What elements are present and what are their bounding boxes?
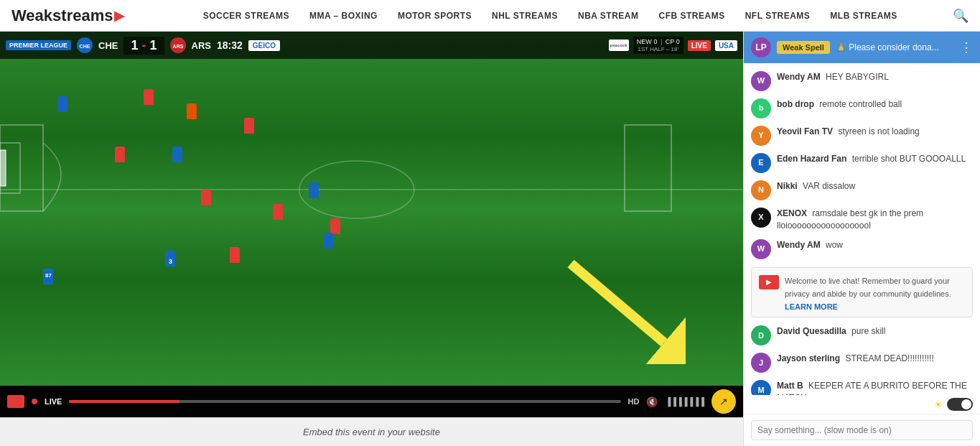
nav-item-nhl[interactable]: NHL STREAMS [492, 11, 558, 21]
chat-text: KEEPER ATE A BURRITO BEFORE THE MATCH [777, 381, 967, 395]
progress-fill [69, 400, 179, 403]
player [309, 182, 319, 198]
chat-msg-content: Nikki VAR dissalow [777, 180, 973, 192]
nav-item-nfl[interactable]: NFL STREAMS [745, 11, 811, 21]
scoreboard: PREMIER LEAGUE CHE CHE 1 - 1 ARS ARS [0, 32, 743, 59]
player [330, 218, 340, 234]
chat-user-avatar: LP [751, 37, 771, 57]
nav-item-soccer[interactable]: SOCCER STREAMS [203, 11, 289, 21]
chat-text: terrible shot BUT GOOOALLL [852, 154, 966, 164]
chat-username: Matt B [777, 381, 803, 391]
chat-message: D David Quesadilla pure skill [744, 322, 980, 349]
logo-play-icon: ▶ [114, 8, 124, 24]
team2-name: ARS [192, 40, 211, 51]
score-display: 1 - 1 [123, 37, 164, 55]
fullscreen-button[interactable]: ↗ [711, 389, 736, 414]
chat-avatar: D [751, 325, 771, 345]
weak-spell-badge: Weak Spell [777, 41, 830, 54]
chat-avatar: E [751, 153, 771, 173]
header: Weakstreams ▶ SOCCER STREAMSMMA – BOXING… [0, 0, 980, 32]
live-badge: LIVE [688, 40, 711, 51]
player [144, 89, 154, 105]
video-player[interactable]: 3 87 PREMIER LEAGUE CHE [0, 32, 743, 386]
nav-item-nba[interactable]: NBA STREAM [578, 11, 639, 21]
team1-logo: CHE [77, 37, 93, 53]
chat-avatar: W [751, 239, 771, 259]
chat-message: E Eden Hazard Fan terrible shot BUT GOOO… [744, 149, 980, 177]
player [115, 147, 125, 162]
main-content: 3 87 PREMIER LEAGUE CHE [0, 32, 980, 446]
chat-message: M Matt B KEEPER ATE A BURRITO BEFORE THE… [744, 376, 980, 395]
chat-avatar: b [751, 98, 771, 119]
svg-text:ARS: ARS [172, 44, 183, 49]
chat-text: HEY BABYGIRL [826, 72, 889, 82]
chat-username: Nikki [777, 181, 798, 191]
player [43, 269, 53, 284]
chat-msg-content: Eden Hazard Fan terrible shot BUT GOOOAL… [777, 153, 973, 165]
team2-logo: ARS [170, 37, 186, 53]
chat-message: b bob drop remote controlled ball [744, 95, 980, 122]
nav-item-motor[interactable]: MOTOR SPORTS [398, 11, 472, 21]
chat-username: XENOX [777, 208, 807, 218]
chat-text: wow [826, 240, 843, 250]
stop-button[interactable] [7, 395, 24, 408]
top-right-score: peacock NEW 0 | CP 0 1ST HALF – 18' LIVE… [609, 37, 737, 54]
chat-input[interactable] [751, 420, 973, 440]
chat-username: Yeovil Fan TV [777, 126, 833, 136]
chat-msg-content: XENOX ramsdale best gk in the prem lloio… [777, 208, 973, 232]
chat-msg-content: Wendy AM HEY BABYGIRL [777, 71, 973, 83]
video-controls: LIVE HD 🔇 ▐▐▐▐▐▐▐ ↗ [0, 386, 743, 417]
nav-item-mma[interactable]: MMA – BOXING [309, 11, 378, 21]
hd-badge: HD [628, 397, 640, 406]
player [187, 103, 197, 119]
chat-msg-content: David Quesadilla pure skill [777, 325, 973, 338]
sponsor-logo: GEICO [248, 40, 280, 51]
live-dot [32, 399, 37, 404]
chat-message: W Wendy AM wow [744, 236, 980, 263]
logo-weak: Weak [11, 6, 52, 25]
site-logo[interactable]: Weakstreams ▶ [11, 6, 124, 25]
svg-rect-0 [0, 125, 43, 211]
player [230, 247, 240, 263]
nav-item-cfb[interactable]: CFB STREAMS [659, 11, 725, 21]
sun-icon: ☀ [934, 399, 943, 410]
nav-item-mlb[interactable]: MLB STREAMS [830, 11, 897, 21]
chat-header: LP Weak Spell 🙏 Please consider dona... … [744, 32, 980, 63]
chat-text: STREAM DEAD!!!!!!!!!!! [845, 353, 933, 363]
embed-text: Embed this event in your website [303, 427, 440, 437]
chat-panel: LP Weak Spell 🙏 Please consider dona... … [743, 32, 980, 446]
chat-msg-content: Jayson sterling STREAM DEAD!!!!!!!!!!! [777, 353, 973, 365]
youtube-icon: ▶ [759, 275, 779, 289]
logo-streams: streams [52, 6, 113, 25]
chat-text: VAR dissalow [803, 181, 855, 191]
toggle-thumb [961, 399, 971, 409]
chat-text: remote controlled ball [819, 99, 902, 109]
chat-message: N Nikki VAR dissalow [744, 177, 980, 204]
progress-bar[interactable] [69, 400, 620, 403]
chat-messages[interactable]: W Wendy AM HEY BABYGIRL b bob drop remot… [744, 63, 980, 395]
video-field: 3 87 [0, 32, 743, 386]
donate-text: 🙏 Please consider dona... [836, 42, 954, 52]
chat-avatar: J [751, 353, 771, 373]
chat-username: bob drop [777, 99, 814, 109]
chat-message: X XENOX ramsdale best gk in the prem llo… [744, 204, 980, 236]
team1-name: CHE [98, 40, 118, 51]
chat-msg-content: bob drop remote controlled ball [777, 98, 973, 111]
player [273, 204, 283, 220]
chat-username: David Quesadilla [777, 326, 846, 336]
svg-rect-4 [625, 125, 671, 211]
dark-mode-toggle[interactable] [947, 398, 973, 411]
chat-msg-content: Matt B KEEPER ATE A BURRITO BEFORE THE M… [777, 380, 973, 395]
chat-username: Eden Hazard Fan [777, 154, 846, 164]
svg-rect-5 [0, 150, 6, 186]
chat-more-button[interactable]: ⋮ [960, 40, 973, 55]
chat-avatar: W [751, 71, 771, 91]
chat-avatar: X [751, 208, 771, 228]
match-time: 18:32 [217, 40, 243, 51]
learn-more-link[interactable]: LEARN MORE [785, 302, 965, 311]
player [323, 233, 333, 248]
chat-msg-content: Wendy AM wow [777, 239, 973, 251]
search-icon[interactable]: 🔍 [953, 8, 969, 24]
peacock-logo: peacock [609, 40, 629, 51]
volume-icon[interactable]: 🔇 [646, 396, 658, 407]
